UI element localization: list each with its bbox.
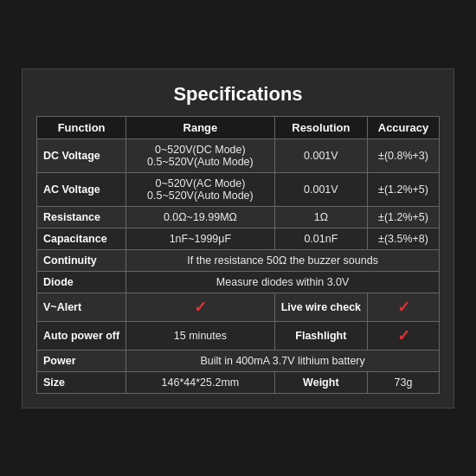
table-row: Diode Measure diodes within 3.0V <box>37 271 440 293</box>
check-icon-2: ✓ <box>397 298 410 317</box>
range-dc-voltage: 0~520V(DC Mode)0.5~520V(Auto Mode) <box>126 138 274 172</box>
valert-check1: ✓ <box>126 293 274 321</box>
weight-value: 73g <box>368 371 440 393</box>
res-resistance: 1Ω <box>274 206 367 228</box>
table-row: Continuity If the resistance 50Ω the buz… <box>37 249 440 271</box>
valert-check2: ✓ <box>368 293 440 321</box>
table-row: V~Alert ✓ Live wire check ✓ <box>37 293 440 321</box>
func-resistance: Resistance <box>37 206 126 228</box>
table-header-row: Function Range Resolution Accuracy <box>37 116 440 138</box>
func-size: Size <box>37 371 126 393</box>
table-row: Capacitance 1nF~1999μF 0.01nF ±(3.5%+8) <box>37 228 440 249</box>
func-valert: V~Alert <box>37 293 126 321</box>
table-row: Power Built in 400mA 3.7V lithium batter… <box>37 350 440 371</box>
res-capacitance: 0.01nF <box>274 228 367 249</box>
table-row: Auto power off 15 minutes Flashlight ✓ <box>37 321 440 350</box>
page-title: Specifications <box>36 83 440 106</box>
table-row: AC Voltage 0~520V(AC Mode)0.5~520V(Auto … <box>37 172 440 206</box>
specs-table: Function Range Resolution Accuracy DC Vo… <box>36 116 440 394</box>
func-ac-voltage: AC Voltage <box>37 172 126 206</box>
res-ac-voltage: 0.001V <box>274 172 367 206</box>
header-function: Function <box>37 116 126 138</box>
acc-resistance: ±(1.2%+5) <box>368 206 440 228</box>
acc-ac-voltage: ±(1.2%+5) <box>368 172 440 206</box>
res-dc-voltage: 0.001V <box>274 138 367 172</box>
func-capacitance: Capacitance <box>37 228 126 249</box>
acc-dc-voltage: ±(0.8%+3) <box>368 138 440 172</box>
table-row: Resistance 0.0Ω~19.99MΩ 1Ω ±(1.2%+5) <box>37 206 440 228</box>
flashlight-check: ✓ <box>368 321 440 350</box>
func-dc-voltage: DC Voltage <box>37 138 126 172</box>
table-row: DC Voltage 0~520V(DC Mode)0.5~520V(Auto … <box>37 138 440 172</box>
func-power: Power <box>37 350 126 371</box>
weight-label: Weight <box>274 371 367 393</box>
check-icon-3: ✓ <box>397 326 410 345</box>
power-span: Built in 400mA 3.7V lithium battery <box>126 350 440 371</box>
acc-capacitance: ±(3.5%+8) <box>368 228 440 249</box>
header-range: Range <box>126 116 274 138</box>
continuity-span: If the resistance 50Ω the buzzer sounds <box>126 249 440 271</box>
header-accuracy: Accuracy <box>368 116 440 138</box>
diode-span: Measure diodes within 3.0V <box>126 271 440 293</box>
range-resistance: 0.0Ω~19.99MΩ <box>126 206 274 228</box>
func-auto-power-off: Auto power off <box>37 321 126 350</box>
func-diode: Diode <box>37 271 126 293</box>
check-icon-1: ✓ <box>194 298 207 317</box>
func-continuity: Continuity <box>37 249 126 271</box>
live-wire-label: Live wire check <box>274 293 367 321</box>
range-ac-voltage: 0~520V(AC Mode)0.5~520V(Auto Mode) <box>126 172 274 206</box>
table-row: Size 146*44*25.2mm Weight 73g <box>37 371 440 393</box>
range-capacitance: 1nF~1999μF <box>126 228 274 249</box>
header-resolution: Resolution <box>274 116 367 138</box>
specs-card: Specifications Function Range Resolution… <box>22 68 454 408</box>
size-value: 146*44*25.2mm <box>126 371 274 393</box>
flashlight-label: Flashlight <box>274 321 367 350</box>
auto-power-value: 15 minutes <box>126 321 274 350</box>
